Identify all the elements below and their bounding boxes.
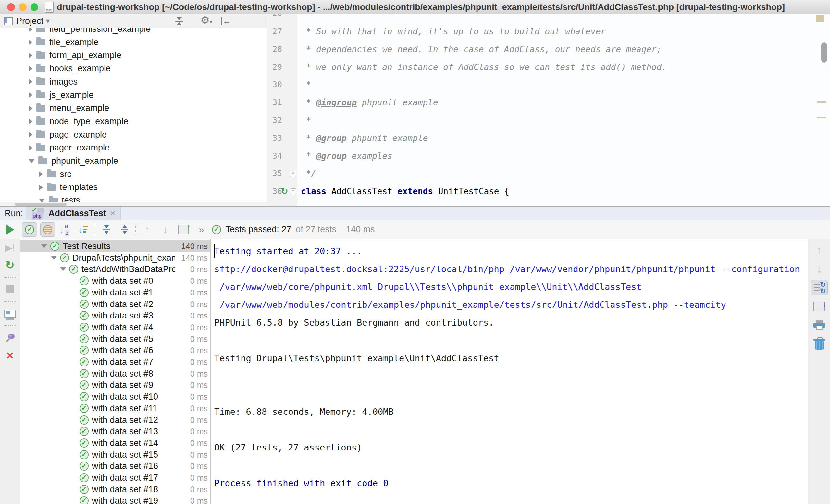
test-tree-row[interactable]: ✓with data set #120 ms <box>21 414 210 426</box>
project-item[interactable]: phpunit_example <box>0 155 267 168</box>
close-panel-button[interactable]: × <box>4 349 17 362</box>
chevron-expanded-icon[interactable] <box>60 267 66 271</box>
chevron-collapsed-icon[interactable] <box>29 39 32 45</box>
chevron-collapsed-icon[interactable] <box>29 145 32 151</box>
project-item[interactable]: node_type_example <box>0 115 267 128</box>
test-console[interactable]: Testing started at 20:37 ...sftp://docke… <box>211 239 808 504</box>
chevron-down-icon[interactable]: ▾ <box>46 17 50 25</box>
project-item[interactable]: images <box>0 75 267 89</box>
chevron-collapsed-icon[interactable] <box>29 105 32 111</box>
pin-tab-button[interactable] <box>4 332 17 344</box>
project-item[interactable]: form_api_example <box>0 48 267 62</box>
test-tree-row[interactable]: ✓with data set #130 ms <box>21 426 210 437</box>
test-tree-row[interactable]: ✓with data set #40 ms <box>21 322 210 333</box>
hide-panel-icon[interactable]: ← <box>221 17 231 25</box>
test-tree-row[interactable]: ✓with data set #190 ms <box>21 495 210 504</box>
console-line: PHPUnit 6.5.8 by Sebastian Bergmann and … <box>214 314 808 332</box>
project-item[interactable]: file_example <box>0 36 267 49</box>
collapse-all-icon[interactable] <box>175 17 183 25</box>
toolbar-separator <box>4 301 16 302</box>
test-tree-row[interactable]: ✓with data set #60 ms <box>21 344 210 356</box>
clear-console-button[interactable] <box>811 336 828 352</box>
chevron-expanded-icon[interactable] <box>41 244 47 248</box>
chevron-collapsed-icon[interactable] <box>29 119 32 124</box>
scroll-up-button[interactable]: ↑ <box>811 242 828 258</box>
chevrons-icon[interactable]: » <box>199 224 204 235</box>
soft-wrap-button[interactable]: ↻↻ <box>811 280 828 296</box>
project-item[interactable]: tests <box>0 194 267 202</box>
chevron-collapsed-icon[interactable] <box>29 132 32 137</box>
test-tree-row[interactable]: ✓with data set #20 ms <box>21 298 210 310</box>
show-passed-button[interactable]: ✓ <box>22 223 37 237</box>
test-name: with data set #12 <box>92 414 158 426</box>
fold-marker-icon[interactable]: ^ <box>290 189 296 195</box>
rerun-failed-tests-button[interactable]: ▶ ! <box>4 241 17 254</box>
fold-marker-icon[interactable]: ^ <box>290 171 296 177</box>
rerun-button[interactable] <box>4 223 19 237</box>
test-passed-icon: ✓ <box>79 392 89 401</box>
run-class-gutter-icon[interactable]: ↻ <box>281 182 288 200</box>
project-item[interactable]: hooks_example <box>0 62 267 75</box>
test-tree-row[interactable]: ✓with data set #00 ms <box>21 275 210 287</box>
chevron-collapsed-icon[interactable] <box>29 92 32 98</box>
test-tree-row[interactable]: ✓with data set #150 ms <box>21 449 210 461</box>
project-item[interactable]: field_permission_example <box>0 28 267 36</box>
test-tree-row[interactable]: ✓with data set #30 ms <box>21 310 210 322</box>
project-tree[interactable]: field_permission_examplefile_exampleform… <box>0 28 267 202</box>
import-test-results-button[interactable]: ↑ <box>176 223 191 237</box>
chevron-collapsed-icon[interactable] <box>29 53 32 58</box>
test-results-tree[interactable]: ✓Test Results140 ms✓Drupal\Tests\phpunit… <box>21 239 211 504</box>
test-tree-row[interactable]: ✓with data set #180 ms <box>21 483 210 495</box>
previous-failed-test-button[interactable]: ↑ <box>139 223 155 237</box>
chevron-collapsed-icon[interactable] <box>29 79 32 85</box>
stop-button[interactable] <box>4 283 17 296</box>
scroll-to-end-button[interactable]: ↓ <box>811 299 828 314</box>
test-tree-row[interactable]: ✓with data set #70 ms <box>21 356 210 368</box>
test-tree-row[interactable]: ✓with data set #110 ms <box>21 402 210 414</box>
sort-by-duration-button[interactable]: ↓ <box>76 223 92 237</box>
sort-alphabetically-button[interactable]: ↓az <box>58 223 73 237</box>
test-tree-row[interactable]: ✓with data set #140 ms <box>21 437 210 449</box>
chevron-collapsed-icon[interactable] <box>29 28 32 32</box>
test-tree-row[interactable]: ✓with data set #160 ms <box>21 460 210 472</box>
test-tree-row[interactable]: ✓Test Results140 ms <box>21 240 210 252</box>
project-item[interactable]: pager_example <box>0 141 267 155</box>
test-tree-row[interactable]: ✓with data set #10 ms <box>21 287 210 298</box>
test-tree-row[interactable]: ✓with data set #90 ms <box>21 379 210 391</box>
next-failed-test-button[interactable]: ↓ <box>158 223 173 237</box>
project-item[interactable]: src <box>0 168 267 181</box>
project-item[interactable]: templates <box>0 181 267 194</box>
chevron-collapsed-icon[interactable] <box>39 171 43 177</box>
project-panel-title[interactable]: Project <box>16 16 43 26</box>
chevron-expanded-icon[interactable] <box>39 199 45 202</box>
test-tree-row[interactable]: ✓with data set #80 ms <box>21 368 210 379</box>
restore-layout-button[interactable] <box>4 307 17 320</box>
show-ignored-button[interactable] <box>40 223 55 237</box>
project-item[interactable]: menu_example <box>0 102 267 115</box>
code-editor[interactable]: 2637272829303132333435^36^↻ * So with th… <box>267 14 830 206</box>
gear-icon[interactable]: ⚙▾ <box>200 15 212 27</box>
chevron-collapsed-icon[interactable] <box>39 184 43 190</box>
test-duration: 0 ms <box>190 460 208 472</box>
toggle-auto-test-button[interactable]: ↻ <box>4 259 17 271</box>
test-tree-row[interactable]: ✓with data set #100 ms <box>21 391 210 402</box>
scroll-down-button[interactable]: ↓ <box>811 261 828 277</box>
chevron-expanded-icon[interactable] <box>51 256 57 260</box>
collapse-all-button[interactable] <box>117 223 132 237</box>
run-tab-addclasstest[interactable]: php ✓ AddClassTest × <box>26 207 121 220</box>
editor-scrollbar-thumb[interactable] <box>821 42 827 63</box>
close-tab-icon[interactable]: × <box>110 208 115 219</box>
print-button[interactable] <box>811 317 828 333</box>
test-tree-row[interactable]: ✓with data set #50 ms <box>21 333 210 345</box>
project-item[interactable]: js_example <box>0 89 267 102</box>
test-tree-row[interactable]: ✓testAddWithBadDataProvidi0 ms <box>21 263 210 275</box>
scrollbar-thumb[interactable] <box>14 203 67 206</box>
project-horizontal-scrollbar[interactable] <box>0 202 267 207</box>
chevron-expanded-icon[interactable] <box>29 159 34 163</box>
project-item[interactable]: page_example <box>0 128 267 141</box>
chevron-collapsed-icon[interactable] <box>29 66 32 72</box>
expand-all-button[interactable] <box>99 223 114 237</box>
test-tree-row[interactable]: ✓Drupal\Tests\phpunit_examp140 ms <box>21 252 210 264</box>
rerun-icon: ↻ <box>5 259 14 271</box>
test-tree-row[interactable]: ✓with data set #170 ms <box>21 472 210 483</box>
